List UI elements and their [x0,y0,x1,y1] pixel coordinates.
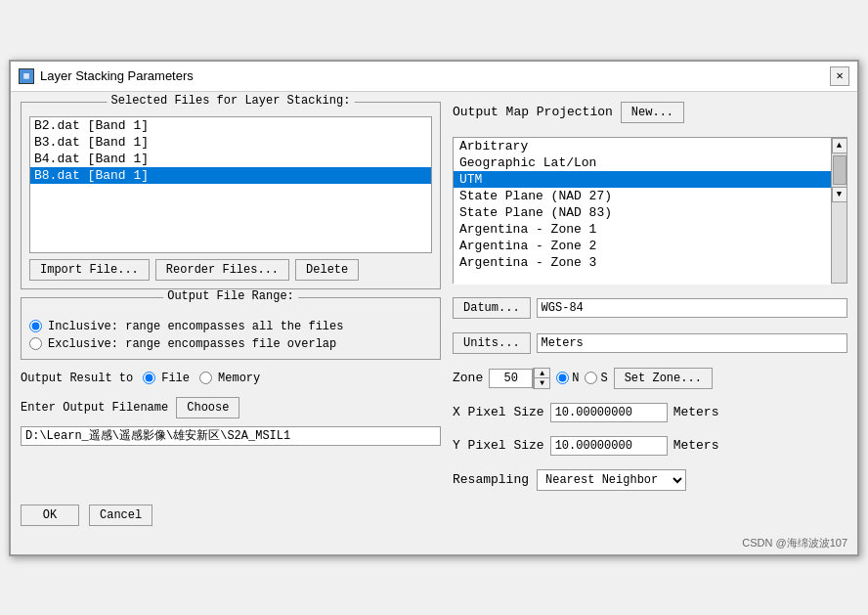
zone-field: ▲ ▼ [489,368,550,389]
exclusive-radio[interactable] [29,337,42,350]
inclusive-radio[interactable] [29,320,42,332]
datum-input[interactable] [537,298,847,318]
projection-list-item[interactable]: Arbitrary [454,138,831,154]
south-radio[interactable] [585,372,597,384]
zone-input[interactable] [489,369,533,388]
range-radio-group: Inclusive: range encompasses all the fil… [29,320,432,351]
ok-cancel-row: OK Cancel [11,501,857,536]
new-projection-button[interactable]: New... [621,102,684,123]
resampling-row: Resampling Nearest NeighborBilinearCubic… [453,469,847,491]
y-pixel-row: Y Pixel Size Meters [453,436,847,456]
watermark: CSDN @海绵波波107 [11,536,857,554]
files-group-title: Selected Files for Layer Stacking: [108,94,355,108]
projection-header: Output Map Projection New... [453,102,847,123]
x-pixel-label: X Pixel Size [453,405,544,419]
projection-list-item[interactable]: State Plane (NAD 83) [454,204,831,221]
dialog-body: Selected Files for Layer Stacking: B2.da… [11,92,857,501]
memory-radio[interactable] [199,372,212,384]
projection-list-item[interactable]: Argentina - Zone 1 [454,221,831,238]
datum-row: Datum... [453,297,847,319]
north-radio[interactable] [556,372,569,384]
zone-n-label[interactable]: N [556,372,579,385]
import-file-button[interactable]: Import File... [29,259,150,281]
exclusive-radio-label[interactable]: Exclusive: range encompasses file overla… [29,337,432,351]
scroll-thumb[interactable] [833,155,846,185]
title-bar: ▦ Layer Stacking Parameters ✕ [11,62,857,92]
choose-button[interactable]: Choose [176,397,239,418]
scroll-down-arrow[interactable]: ▼ [832,187,847,202]
resampling-select[interactable]: Nearest NeighborBilinearCubic Convolutio… [537,469,686,491]
file-list-item[interactable]: B4.dat [Band 1] [30,151,431,167]
dialog-title: Layer Stacking Parameters [40,68,194,83]
y-pixel-label: Y Pixel Size [453,438,544,453]
right-panel: Output Map Projection New... ArbitraryGe… [453,102,847,491]
filename-input-row [21,426,441,446]
output-range-group: Output File Range: Inclusive: range enco… [21,297,441,360]
file-list-item[interactable]: B8.dat [Band 1] [30,167,431,184]
resampling-label: Resampling [453,472,529,487]
units-input[interactable] [537,333,847,353]
units-button[interactable]: Units... [453,332,531,354]
output-range-title: Output File Range: [163,289,298,303]
scroll-up-arrow[interactable]: ▲ [832,138,847,154]
x-pixel-input[interactable] [550,403,668,422]
y-pixel-unit: Meters [673,438,719,453]
title-bar-left: ▦ Layer Stacking Parameters [19,68,194,84]
filename-row: Enter Output Filename Choose [21,397,441,418]
inclusive-radio-label[interactable]: Inclusive: range encompasses all the fil… [29,320,432,333]
delete-button[interactable]: Delete [295,259,359,281]
zone-spinner: ▲ ▼ [533,368,550,389]
close-button[interactable]: ✕ [830,66,849,86]
zone-up-button[interactable]: ▲ [534,369,549,378]
projection-list-item[interactable]: Geographic Lat/Lon [454,154,831,171]
exclusive-radio-text: Exclusive: range encompasses file overla… [48,337,336,351]
zone-down-button[interactable]: ▼ [534,378,549,388]
output-result-row: Output Result to File Memory [21,372,441,385]
filename-input[interactable] [21,426,441,446]
output-result-label: Output Result to [21,372,133,385]
zone-label: Zone [453,371,483,385]
set-zone-button[interactable]: Set Zone... [614,368,713,389]
file-radio-label[interactable]: File [143,372,190,385]
projection-list-item[interactable]: Argentina - Zone 3 [454,254,831,271]
file-radio[interactable] [143,372,155,384]
enter-filename-label: Enter Output Filename [21,401,168,415]
zone-s-label[interactable]: S [585,372,607,385]
memory-radio-text: Memory [218,372,260,385]
file-list-item[interactable]: B3.dat [Band 1] [30,134,431,151]
projection-list-item[interactable]: State Plane (NAD 27) [454,188,831,204]
left-panel: Selected Files for Layer Stacking: B2.da… [21,102,441,491]
y-pixel-input[interactable] [550,436,668,456]
memory-radio-label[interactable]: Memory [199,372,260,385]
file-radio-text: File [161,372,190,385]
x-pixel-row: X Pixel Size Meters [453,403,847,422]
cancel-button[interactable]: Cancel [89,505,152,526]
datum-button[interactable]: Datum... [453,297,531,319]
reorder-files-button[interactable]: Reorder Files... [155,259,289,281]
projection-list[interactable]: ArbitraryGeographic Lat/LonUTMState Plan… [454,138,831,285]
projection-list-item[interactable]: UTM [454,171,831,188]
icon-symbol: ▦ [23,70,28,81]
units-row: Units... [453,332,847,354]
dialog-icon: ▦ [19,68,34,84]
projection-label: Output Map Projection [453,105,613,119]
zone-row: Zone ▲ ▼ N S Set Zone... [453,368,847,389]
x-pixel-unit: Meters [673,405,719,419]
ok-button[interactable]: OK [21,505,79,526]
north-radio-text: N [572,372,579,385]
south-radio-text: S [600,372,607,385]
dialog: ▦ Layer Stacking Parameters ✕ Selected F… [9,60,859,556]
file-list-item[interactable]: B2.dat [Band 1] [30,117,431,134]
files-group: Selected Files for Layer Stacking: B2.da… [21,102,441,289]
projection-scrollbar[interactable]: ▲ ▼ [831,138,846,283]
projection-list-item[interactable]: Argentina - Zone 2 [454,238,831,254]
inclusive-radio-text: Inclusive: range encompasses all the fil… [48,320,343,333]
file-buttons-row: Import File... Reorder Files... Delete [29,259,432,281]
projection-list-wrapper: ArbitraryGeographic Lat/LonUTMState Plan… [453,137,847,284]
file-list[interactable]: B2.dat [Band 1]B3.dat [Band 1]B4.dat [Ba… [29,116,432,253]
